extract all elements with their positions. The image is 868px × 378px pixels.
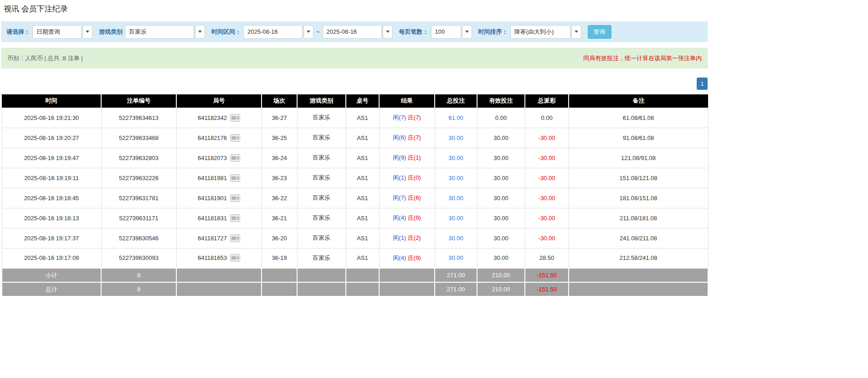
round-cell: 641181981	[176, 168, 262, 188]
table-row: 2025-08-16 19:20:27522739633468641182176…	[2, 128, 708, 148]
valid-bet-cell: 30.00	[477, 248, 525, 268]
total-bet-link[interactable]: 30.00	[448, 254, 463, 261]
total-bet-link[interactable]: 30.00	[448, 195, 463, 202]
time-cell: 2025-08-16 19:19:47	[2, 148, 101, 168]
game-type-cell: 百家乐	[297, 188, 346, 208]
page-title: 视讯 会员下注纪录	[4, 4, 708, 14]
round-cell: 641182342	[176, 108, 262, 128]
column-header-3: 局号	[176, 94, 262, 108]
query-type-input[interactable]	[32, 25, 82, 39]
column-header-6: 桌号	[346, 94, 379, 108]
date-from-input[interactable]	[243, 25, 303, 39]
session-cell: 36-23	[262, 168, 297, 188]
round-cell: 641182176	[176, 128, 262, 148]
time-cell: 2025-08-16 19:18:13	[2, 208, 101, 228]
video-icon[interactable]	[230, 134, 240, 142]
total-bet-cell: 30.00	[435, 128, 477, 148]
round-id: 641181653	[198, 254, 227, 261]
valid-bet-cell: 30.00	[477, 208, 525, 228]
note-cell: 91.08/61.08	[569, 128, 708, 148]
bets-table: 时间注单编号局号场次游戏类别桌号结果总投注有效投注总派彩备注 2025-08-1…	[1, 94, 709, 297]
video-icon[interactable]	[230, 114, 240, 122]
summary-cell: -151.50	[525, 282, 569, 296]
payout-cell: -30.00	[525, 148, 569, 168]
video-icon[interactable]	[230, 174, 240, 182]
date-to-combo	[323, 25, 393, 39]
result-player: 闲(4)	[393, 214, 406, 221]
valid-bet-cell: 30.00	[477, 168, 525, 188]
round-cell: 641181653	[176, 248, 262, 268]
summary-bar: 币别：人民币 | 总共 :8 注单 | 同局有效投注，统一计算在该局第一张注单内	[1, 48, 708, 68]
game-type-cell: 百家乐	[297, 108, 346, 128]
result-player: 闲(1)	[393, 234, 406, 241]
summary-cell: 小计	[2, 268, 101, 282]
bet-id-cell: 522739632226	[101, 168, 176, 188]
video-icon[interactable]	[230, 154, 240, 162]
summary-cell	[379, 282, 435, 296]
date-from-combo	[243, 25, 313, 39]
summary-cell	[569, 268, 708, 282]
round-cell: 641181727	[176, 228, 262, 248]
page-size-label: 每页笔数：	[399, 28, 429, 36]
summary-cell	[262, 282, 297, 296]
total-bet-link[interactable]: 30.00	[448, 175, 463, 181]
total-bet-cell: 30.00	[435, 168, 477, 188]
result-cell: 闲(7) 庄(6)	[379, 188, 435, 208]
game-type-cell: 百家乐	[297, 128, 346, 148]
total-bet-link[interactable]: 30.00	[448, 135, 463, 141]
grand-total-row: 总计8271.00210.00-151.50	[2, 282, 708, 296]
video-icon[interactable]	[230, 234, 240, 242]
page-size-input[interactable]	[431, 25, 461, 39]
column-header-7: 结果	[379, 94, 435, 108]
valid-bet-notice: 同局有效投注，统一计算在该局第一张注单内	[583, 54, 702, 62]
total-bet-cell: 61.00	[435, 108, 477, 128]
query-type-combo	[32, 25, 92, 39]
summary-cell	[262, 268, 297, 282]
game-type-input[interactable]	[125, 25, 194, 39]
summary-cell	[379, 268, 435, 282]
valid-bet-cell: 0.00	[477, 108, 525, 128]
table-row: 2025-08-16 19:17:09522739630093641181653…	[2, 248, 708, 268]
result-player: 闲(1)	[393, 174, 406, 181]
round-cell: 641182073	[176, 148, 262, 168]
session-cell: 36-22	[262, 188, 297, 208]
summary-cell	[176, 268, 262, 282]
chevron-down-icon[interactable]	[303, 25, 313, 39]
date-range-separator: ~	[316, 28, 320, 35]
payout-cell: -30.00	[525, 208, 569, 228]
valid-bet-cell: 30.00	[477, 188, 525, 208]
video-icon[interactable]	[230, 254, 240, 262]
total-bet-link[interactable]: 30.00	[448, 235, 463, 242]
summary-cell	[346, 268, 379, 282]
table-no-cell: AS1	[346, 248, 379, 268]
chevron-down-icon[interactable]	[195, 25, 205, 39]
total-bet-link[interactable]: 30.00	[448, 215, 463, 222]
page-button-1[interactable]: 1	[697, 78, 708, 90]
game-type-cell: 百家乐	[297, 168, 346, 188]
column-header-1: 时间	[2, 94, 101, 108]
total-bet-link[interactable]: 61.00	[448, 114, 463, 121]
time-cell: 2025-08-16 19:17:09	[2, 248, 101, 268]
total-bet-link[interactable]: 30.00	[448, 155, 463, 161]
payout-cell: -30.00	[525, 128, 569, 148]
chevron-down-icon[interactable]	[571, 25, 581, 39]
note-cell: 241.08/211.08	[569, 228, 708, 248]
bet-id-cell: 522739632803	[101, 148, 176, 168]
search-button[interactable]: 查询	[588, 25, 611, 39]
result-banker: 庄(6)	[408, 194, 421, 201]
chevron-down-icon[interactable]	[82, 25, 92, 39]
video-icon[interactable]	[230, 214, 240, 222]
result-cell: 闲(4) 庄(9)	[379, 208, 435, 228]
time-sort-input[interactable]	[510, 25, 570, 39]
date-to-input[interactable]	[323, 25, 382, 39]
valid-bet-cell: 30.00	[477, 148, 525, 168]
time-cell: 2025-08-16 19:21:30	[2, 108, 101, 128]
video-icon[interactable]	[230, 194, 240, 202]
query-type-label: 请选择：	[6, 28, 30, 36]
round-id: 641181901	[198, 195, 227, 202]
column-header-4: 场次	[262, 94, 297, 108]
round-id: 641181981	[198, 175, 227, 181]
chevron-down-icon[interactable]	[462, 25, 472, 39]
result-cell: 闲(6) 庄(7)	[379, 128, 435, 148]
chevron-down-icon[interactable]	[383, 25, 393, 39]
